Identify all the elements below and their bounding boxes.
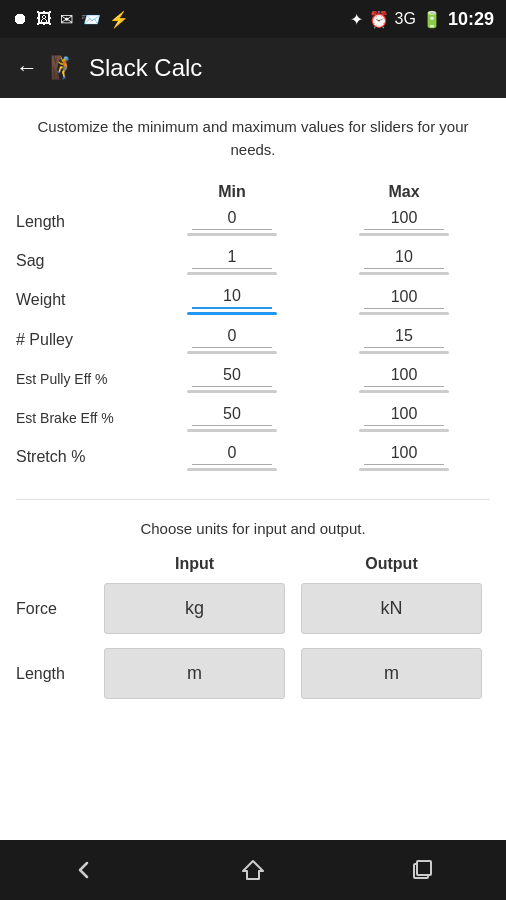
row-label-length: Length bbox=[16, 213, 146, 231]
image-icon: 🖼 bbox=[36, 10, 52, 28]
input-length-min[interactable] bbox=[192, 207, 272, 230]
length-input-unit-button[interactable]: m bbox=[104, 648, 285, 699]
row-min-pulley[interactable] bbox=[146, 325, 318, 354]
slider-row-length: Length bbox=[16, 207, 490, 236]
row-min-stretch[interactable] bbox=[146, 442, 318, 471]
gmail-icon: ✉ bbox=[60, 10, 73, 29]
slider-length-min bbox=[187, 233, 277, 236]
row-max-weight[interactable] bbox=[318, 286, 490, 315]
slider-weight-max bbox=[359, 312, 449, 315]
input-stretch-min[interactable] bbox=[192, 442, 272, 465]
home-nav-button[interactable] bbox=[223, 850, 283, 890]
svg-marker-0 bbox=[243, 861, 263, 879]
slider-row-stretch: Stretch % bbox=[16, 442, 490, 471]
slider-pulley-max bbox=[359, 351, 449, 354]
row-label-stretch: Stretch % bbox=[16, 448, 146, 466]
app-icon: 🧗 bbox=[50, 55, 77, 81]
svg-rect-2 bbox=[417, 861, 431, 875]
row-max-pully-eff[interactable] bbox=[318, 364, 490, 393]
row-min-brake-eff[interactable] bbox=[146, 403, 318, 432]
units-label-force: Force bbox=[16, 600, 96, 618]
page-subtitle: Customize the minimum and maximum values… bbox=[16, 116, 490, 161]
record-icon: ⏺ bbox=[12, 10, 28, 28]
force-input-unit-button[interactable]: kg bbox=[104, 583, 285, 634]
row-label-sag: Sag bbox=[16, 252, 146, 270]
section-divider bbox=[16, 499, 490, 500]
input-sag-min[interactable] bbox=[192, 246, 272, 269]
input-stretch-max[interactable] bbox=[364, 442, 444, 465]
slider-table: Min Max Length Sag bbox=[16, 183, 490, 471]
nav-bar bbox=[0, 840, 506, 900]
slider-header-row: Min Max bbox=[16, 183, 490, 201]
input-brake-eff-min[interactable] bbox=[192, 403, 272, 426]
row-min-length[interactable] bbox=[146, 207, 318, 236]
bluetooth-icon: ✦ bbox=[350, 10, 363, 29]
input-sag-max[interactable] bbox=[364, 246, 444, 269]
units-input-header: Input bbox=[96, 555, 293, 573]
recents-nav-button[interactable] bbox=[392, 850, 452, 890]
slider-pully-eff-max bbox=[359, 390, 449, 393]
status-icons-right: ✦ ⏰ 3G 🔋 10:29 bbox=[350, 9, 494, 30]
row-max-brake-eff[interactable] bbox=[318, 403, 490, 432]
units-subtitle: Choose units for input and output. bbox=[16, 520, 490, 537]
row-label-pulley: # Pulley bbox=[16, 331, 146, 349]
slider-pully-eff-min bbox=[187, 390, 277, 393]
min-header: Min bbox=[146, 183, 318, 201]
slider-brake-eff-max bbox=[359, 429, 449, 432]
length-output-unit-button[interactable]: m bbox=[301, 648, 482, 699]
input-pulley-min[interactable] bbox=[192, 325, 272, 348]
row-max-pulley[interactable] bbox=[318, 325, 490, 354]
mail-icon: 📨 bbox=[81, 10, 101, 29]
row-min-pully-eff[interactable] bbox=[146, 364, 318, 393]
input-pulley-max[interactable] bbox=[364, 325, 444, 348]
slider-row-sag: Sag bbox=[16, 246, 490, 275]
input-pully-eff-max[interactable] bbox=[364, 364, 444, 387]
input-pully-eff-min[interactable] bbox=[192, 364, 272, 387]
row-max-length[interactable] bbox=[318, 207, 490, 236]
back-button[interactable]: ← bbox=[16, 55, 38, 81]
signal-icon: 3G bbox=[395, 10, 416, 28]
units-label-length: Length bbox=[16, 665, 96, 683]
time-display: 10:29 bbox=[448, 9, 494, 30]
slider-sag-min bbox=[187, 272, 277, 275]
row-max-stretch[interactable] bbox=[318, 442, 490, 471]
slider-stretch-min bbox=[187, 468, 277, 471]
max-header: Max bbox=[318, 183, 490, 201]
app-title: Slack Calc bbox=[89, 54, 202, 82]
units-output-header: Output bbox=[293, 555, 490, 573]
status-icons-left: ⏺ 🖼 ✉ 📨 ⚡ bbox=[12, 10, 129, 29]
slider-row-weight: Weight bbox=[16, 285, 490, 315]
units-header-row: Input Output bbox=[16, 555, 490, 573]
slider-stretch-max bbox=[359, 468, 449, 471]
units-row-length: Length m m bbox=[16, 648, 490, 699]
alarm-icon: ⏰ bbox=[369, 10, 389, 29]
input-weight-min[interactable] bbox=[192, 285, 272, 309]
app-bar: ← 🧗 Slack Calc bbox=[0, 38, 506, 98]
input-length-max[interactable] bbox=[364, 207, 444, 230]
force-output-unit-button[interactable]: kN bbox=[301, 583, 482, 634]
battery-icon: 🔋 bbox=[422, 10, 442, 29]
input-brake-eff-max[interactable] bbox=[364, 403, 444, 426]
row-min-weight[interactable] bbox=[146, 285, 318, 315]
row-label-brake-eff: Est Brake Eff % bbox=[16, 410, 146, 426]
input-weight-max[interactable] bbox=[364, 286, 444, 309]
flash-icon: ⚡ bbox=[109, 10, 129, 29]
slider-length-max bbox=[359, 233, 449, 236]
row-max-sag[interactable] bbox=[318, 246, 490, 275]
slider-pulley-min bbox=[187, 351, 277, 354]
slider-weight-min bbox=[187, 312, 277, 315]
status-bar: ⏺ 🖼 ✉ 📨 ⚡ ✦ ⏰ 3G 🔋 10:29 bbox=[0, 0, 506, 38]
slider-row-brake-eff: Est Brake Eff % bbox=[16, 403, 490, 432]
slider-row-pully-eff: Est Pully Eff % bbox=[16, 364, 490, 393]
row-min-sag[interactable] bbox=[146, 246, 318, 275]
main-content: Customize the minimum and maximum values… bbox=[0, 98, 506, 840]
slider-brake-eff-min bbox=[187, 429, 277, 432]
back-nav-button[interactable] bbox=[54, 850, 114, 890]
units-row-force: Force kg kN bbox=[16, 583, 490, 634]
units-table: Input Output Force kg kN Length m m bbox=[16, 555, 490, 699]
row-label-weight: Weight bbox=[16, 291, 146, 309]
slider-sag-max bbox=[359, 272, 449, 275]
row-label-pully-eff: Est Pully Eff % bbox=[16, 371, 146, 387]
slider-row-pulley: # Pulley bbox=[16, 325, 490, 354]
